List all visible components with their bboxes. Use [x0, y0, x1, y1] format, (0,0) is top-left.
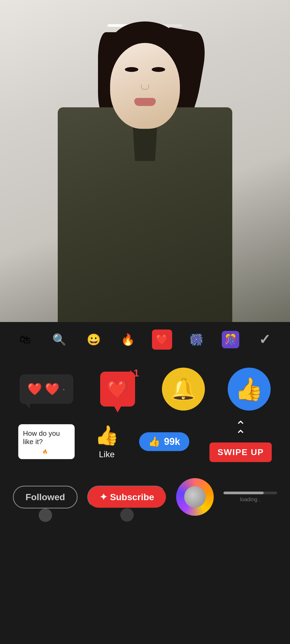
subscribe-area: ✦ Subscribe — [87, 486, 166, 508]
bell-sticker[interactable]: 🔔 — [162, 368, 205, 411]
eye-left — [125, 67, 138, 72]
model-body — [58, 107, 232, 322]
stickers-section: ❤️ ❤️ · +1 ❤️ 🔔 👍 ⁂ How do you like it? — [0, 357, 290, 526]
orb-inner — [184, 486, 206, 508]
swipe-up-button[interactable]: SWIPE UP — [209, 442, 272, 462]
stickers-row-1: ❤️ ❤️ · +1 ❤️ 🔔 👍 ⁂ — [8, 368, 282, 411]
thumbsup-circle-sticker[interactable]: 👍 ⁂ — [228, 368, 271, 411]
likes-count-sticker[interactable]: 👍 99k — [139, 432, 189, 451]
stickers-row-3: Followed ✦ Subscribe loading . — [8, 473, 282, 516]
nose — [141, 85, 149, 90]
face-container — [110, 35, 180, 121]
toolbar: 🛍 🔍 😀 🔥 ❤️ 🎆 🎊 ✓ — [0, 322, 290, 357]
lips — [134, 98, 156, 106]
subscribe-star-icon: ✦ — [100, 492, 107, 502]
plus-one-heart-sticker[interactable]: +1 ❤️ — [96, 368, 139, 411]
followed-button[interactable]: Followed — [13, 486, 78, 508]
model-figure — [51, 27, 239, 322]
fireworks-icon[interactable]: 🎆 — [186, 330, 206, 350]
fire-bar: 🔥 — [42, 449, 50, 454]
stickers-row-2: How do you like it? 🔥 👍 Like 👍 99k ⌃ ⌃ S… — [8, 421, 282, 462]
emoji-icon[interactable]: 😀 — [84, 330, 104, 350]
how-do-you-like-sticker[interactable]: How do you like it? 🔥 — [18, 424, 75, 459]
like-label: Like — [99, 449, 115, 459]
loading-bottom-track — [223, 492, 277, 494]
subscribe-button[interactable]: ✦ Subscribe — [87, 486, 166, 508]
swipe-up-area[interactable]: ⌃ ⌃ SWIPE UP — [209, 421, 272, 462]
loading-bar-bottom: loading . — [223, 492, 277, 503]
chat-bubble-sticker[interactable]: ❤️ ❤️ · — [20, 374, 73, 404]
bag-icon[interactable]: 🛍 — [15, 330, 35, 350]
heart-badge-icon[interactable]: ❤️ — [152, 330, 172, 350]
loading-bottom-fill — [223, 492, 264, 494]
cursor-followed — [39, 508, 52, 522]
how-do-you-like-text: How do you like it? — [23, 429, 70, 446]
thumbsup-icon: 👍 — [235, 376, 263, 402]
followed-area: Followed — [13, 486, 78, 508]
cracker-icon[interactable]: 🎊 — [220, 330, 241, 350]
likes-count: 99k — [164, 436, 180, 447]
gradient-orb-sticker[interactable] — [176, 478, 214, 516]
loading-text-bottom: loading . — [240, 496, 260, 503]
search-icon[interactable]: 🔍 — [49, 330, 70, 350]
check-icon[interactable]: ✓ — [255, 330, 275, 350]
likes-thumb-icon: 👍 — [148, 436, 160, 447]
eye-right — [152, 67, 165, 72]
heart-red-box: ❤️ — [100, 372, 135, 407]
tinder-icon[interactable]: 🔥 — [118, 330, 138, 350]
bell-icon: 🔔 — [170, 376, 197, 402]
like-text-sticker[interactable]: 👍 Like — [95, 424, 119, 459]
like-thumbs-icon: 👍 — [95, 424, 119, 447]
photo-area: loading — [0, 0, 290, 322]
cursor-subscribe — [120, 508, 134, 522]
fire-icon: 🔥 — [42, 449, 48, 454]
chevrons-up-icon: ⌃ ⌃ — [235, 421, 246, 439]
subscribe-label: Subscribe — [110, 492, 154, 502]
